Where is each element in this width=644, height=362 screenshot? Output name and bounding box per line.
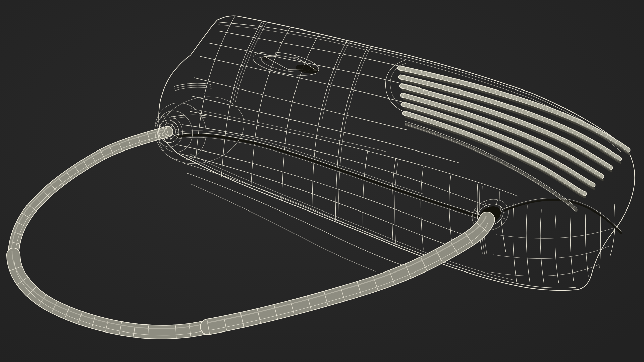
render-viewport <box>0 0 644 362</box>
wireframe-render-canvas <box>0 0 644 362</box>
